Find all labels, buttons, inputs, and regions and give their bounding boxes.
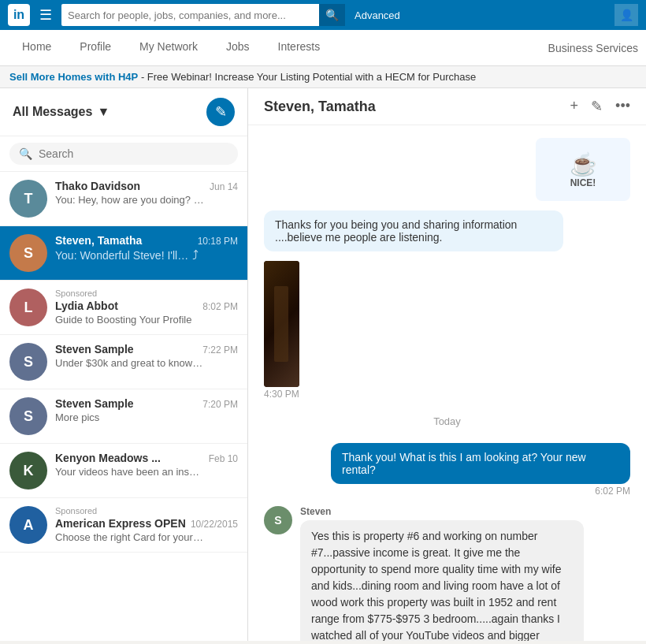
add-participant-icon[interactable]: + [570,98,579,115]
message-content: Kenyon Meadows ...Feb 10Your videos have… [55,452,238,478]
sender-bubble: Yes this is property #6 and working on n… [300,520,584,641]
chat-actions: + ✎ ••• [570,98,630,115]
message-preview: Your videos have been an inspiration to … [55,466,205,478]
message-time: Feb 10 [209,453,238,464]
message-item[interactable]: SSteven Sample7:20 PMMore pics [0,389,247,444]
linkedin-logo: in [8,4,30,26]
message-actions: You: Wonderful Steve! I'll post this tes… [55,248,238,262]
date-divider: Today [264,415,630,427]
main-layout: All Messages ▼ ✎ 🔍 TThako DavidsonJun 14… [0,88,646,641]
top-bar: in ☰ 🔍 Advanced 👤 [0,0,646,30]
message-time: 10:18 PM [198,236,238,247]
avatar: S [9,343,47,381]
message-sender-name: Steven, Tamatha [55,234,142,247]
message-sender-name: Lydia Abbot [55,300,118,312]
message-header: American Express OPEN10/22/2015 [55,517,238,530]
message-preview: More pics [55,411,205,423]
message-item[interactable]: SSteven Sample7:22 PMUnder $30k and grea… [0,335,247,389]
avatar: L [9,288,47,326]
avatar: K [9,452,47,490]
message-preview: Choose the right Card for your business [55,531,205,543]
messages-dropdown[interactable]: All Messages ▼ [13,105,110,119]
message-time: 8:02 PM [202,301,238,312]
message-item[interactable]: KKenyon Meadows ...Feb 10Your videos hav… [0,444,247,498]
preview-text: You: Wonderful Steve! I'll post this tes… [55,249,189,262]
sticker-image: ☕ NICE! [536,138,630,201]
banner-text: - Free Webinar! Increase Your Listing Po… [138,71,476,83]
hamburger-button[interactable]: ☰ [36,6,55,24]
message-preview: You: Hey, how are you doing? I never wou… [55,194,205,206]
message-sender-name: Thako Davidson [55,180,140,192]
advanced-link[interactable]: Advanced [351,9,403,21]
nav-home[interactable]: Home [8,30,65,66]
message-preview: Under $30k and great to know deals like … [55,357,205,369]
edit-message-icon[interactable]: ✎ [591,98,603,115]
message-item[interactable]: LSponsoredLydia Abbot8:02 PMGuide to Boo… [0,281,247,335]
dropdown-chevron-icon: ▼ [97,105,110,119]
message-time: 10/22/2015 [191,519,238,530]
sponsored-label: Sponsored [55,506,238,516]
search-icon: 🔍 [19,147,32,160]
message-item[interactable]: TThako DavidsonJun 14You: Hey, how are y… [0,172,247,226]
message-time: 7:20 PM [202,399,238,410]
promo-banner: Sell More Homes with H4P - Free Webinar!… [0,66,646,88]
message-time: Jun 14 [210,181,238,192]
sender-bubble-wrapper: Steven Yes this is property #6 and worki… [300,506,584,641]
message-header: Steven Sample7:20 PM [55,397,238,410]
message-item[interactable]: ASponsoredAmerican Express OPEN10/22/201… [0,498,247,553]
message-search-input[interactable] [39,147,228,160]
compose-button[interactable]: ✎ [206,98,235,126]
message-preview: Guide to Boosting Your Profile [55,314,205,326]
sent-time: 6:02 PM [331,486,630,497]
message-item[interactable]: SSteven, Tamatha10:18 PMYou: Wonderful S… [0,226,247,281]
long-received-message: S Steven Yes this is property #6 and wor… [264,506,630,641]
avatar: T [9,180,47,218]
message-header: Thako DavidsonJun 14 [55,180,238,192]
message-header: Kenyon Meadows ...Feb 10 [55,452,238,464]
chat-header: Steven, Tamatha + ✎ ••• [248,88,646,125]
forward-icon[interactable]: ⤴ [192,248,199,262]
nav-my-network[interactable]: My Network [125,30,212,66]
image-timestamp: 4:30 PM [264,389,299,400]
avatar: S [9,234,47,272]
message-sender-name: Steven Sample [55,397,134,410]
chat-area: ☕ NICE! Thanks for you being you and sha… [248,125,646,641]
message-content: SponsoredLydia Abbot8:02 PMGuide to Boos… [55,288,238,326]
sender-avatar: S [264,506,292,534]
sponsored-label: Sponsored [55,288,238,298]
chat-recipient-name: Steven, Tamatha [264,99,376,115]
sent-message-container: Thank you! What is this I am looking at?… [331,443,630,497]
compose-icon: ✎ [215,103,227,121]
search-input[interactable] [61,9,319,21]
nav-jobs[interactable]: Jobs [212,30,264,66]
message-content: Steven Sample7:22 PMUnder $30k and great… [55,343,238,369]
nav-business-services[interactable]: Business Services [548,42,638,54]
search-button[interactable]: 🔍 [319,4,345,26]
profile-icon-top[interactable]: 👤 [614,4,638,26]
message-header: Lydia Abbot8:02 PM [55,300,238,312]
messages-label: All Messages [13,105,92,119]
message-sender-name: American Express OPEN [55,517,186,530]
messages-header: All Messages ▼ ✎ [0,88,247,136]
chat-image [264,261,299,387]
search-input-wrapper: 🔍 [9,143,238,165]
more-options-icon[interactable]: ••• [615,98,630,115]
chat-image-container: 4:30 PM [264,261,299,400]
nav-interests[interactable]: Interests [264,30,335,66]
avatar: A [9,506,47,544]
sticker-message: ☕ NICE! [264,138,630,201]
message-sender-name: Kenyon Meadows ... [55,452,161,464]
message-header: Steven Sample7:22 PM [55,343,238,356]
search-bar-container: 🔍 [61,4,345,26]
messages-panel: All Messages ▼ ✎ 🔍 TThako DavidsonJun 14… [0,88,248,641]
message-time: 7:22 PM [202,344,238,356]
message-header: Steven, Tamatha10:18 PM [55,234,238,247]
nav-bar: Home Profile My Network Jobs Interests B… [0,30,646,66]
message-content: Thako DavidsonJun 14You: Hey, how are yo… [55,180,238,206]
message-content: Steven, Tamatha10:18 PMYou: Wonderful St… [55,234,238,262]
received-bubble-1: Thanks for you being you and sharing inf… [264,210,563,251]
nav-profile[interactable]: Profile [65,30,125,66]
banner-link[interactable]: Sell More Homes with H4P [9,71,138,83]
avatar: S [9,397,47,435]
message-sender-name: Steven Sample [55,343,134,356]
